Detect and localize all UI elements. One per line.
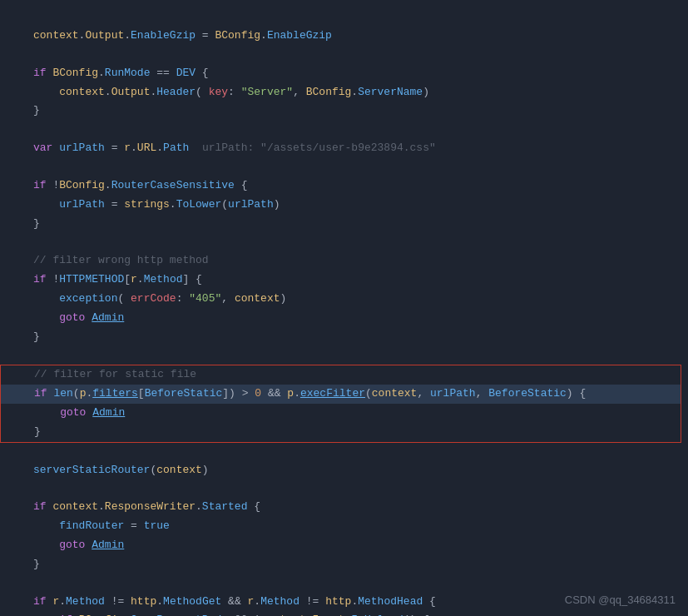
- code-line: var urlPath = r.URL.Path urlPath: "/asse…: [0, 139, 688, 158]
- code-line: urlPath = strings.ToLower(urlPath): [0, 196, 688, 215]
- code-line: }: [0, 215, 688, 234]
- code-line: [0, 479, 688, 498]
- code-line: context.Output.EnableGzip = BConfig.Enab…: [0, 27, 688, 46]
- code-line: [0, 574, 688, 593]
- code-line: // filter wrong http method: [0, 251, 688, 271]
- highlighted-block: // filter for static file if len(p.filte…: [0, 365, 681, 442]
- code-line: }: [1, 423, 681, 442]
- code-line: }: [0, 102, 688, 121]
- code-line: goto Admin: [1, 404, 681, 423]
- code-line-highlighted: if len(p.filters[BeforeStatic]) > 0 && p…: [1, 385, 681, 404]
- code-line: context.Output.Header( key: "Server", BC…: [0, 83, 688, 102]
- code-line: goto Admin: [0, 536, 688, 555]
- code-line: if context.ResponseWriter.Started {: [0, 498, 688, 517]
- code-line: [0, 443, 688, 461]
- code-line: [0, 8, 688, 27]
- code-line: if !HTTPMETHOD[r.Method] {: [0, 271, 688, 290]
- code-line: if BConfig.CopyRequestBody && !context.I…: [0, 611, 688, 616]
- code-line: exception( errCode: "405", context): [0, 290, 688, 309]
- code-line: [0, 346, 688, 365]
- watermark: CSDN @qq_34684311: [565, 594, 676, 606]
- code-line: }: [0, 328, 688, 347]
- code-line: findRouter = true: [0, 517, 688, 536]
- code-line: serverStaticRouter(context): [0, 461, 688, 480]
- code-line: [0, 233, 688, 251]
- code-line: // filter for static file: [1, 365, 681, 385]
- code-line: if !BConfig.RouterCaseSensitive {: [0, 176, 688, 196]
- code-line: }: [0, 555, 688, 574]
- code-line: goto Admin: [0, 309, 688, 328]
- code-editor: context.Output.EnableGzip = BConfig.Enab…: [0, 0, 688, 616]
- code-line: [0, 46, 688, 64]
- code-line: if BConfig.RunMode == DEV {: [0, 64, 688, 83]
- code-line: [0, 121, 688, 139]
- code-line: [0, 158, 688, 176]
